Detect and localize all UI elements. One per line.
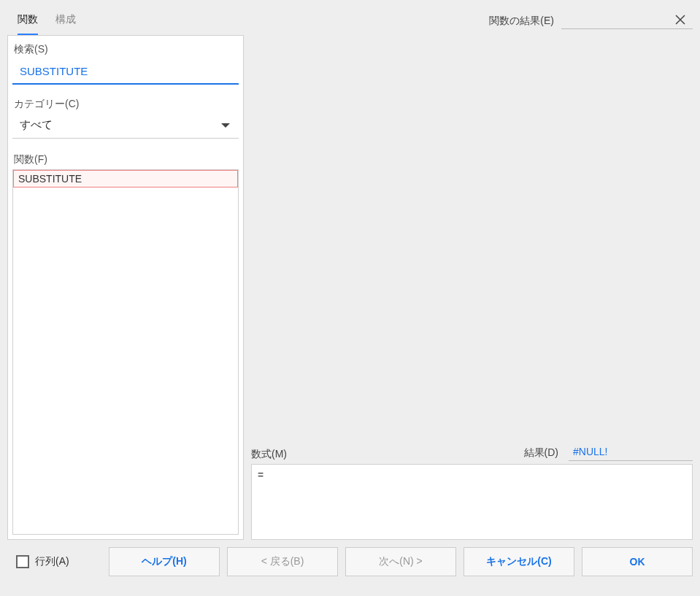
- cancel-button[interactable]: キャンセル(C): [464, 547, 574, 576]
- rowcol-checkbox[interactable]: 行列(A): [16, 555, 69, 568]
- close-button[interactable]: [674, 13, 687, 28]
- function-list-label: 関数(F): [12, 153, 239, 166]
- search-label: 検索(S): [12, 43, 239, 56]
- category-value: すべて: [20, 118, 53, 132]
- next-button: 次へ(N) >: [345, 547, 456, 576]
- rowcol-label: 行列(A): [35, 555, 69, 568]
- chevron-down-icon: [221, 123, 230, 128]
- search-input[interactable]: [12, 59, 239, 85]
- result-d-value: #NULL!: [573, 446, 607, 457]
- back-button: < 戻る(B): [227, 547, 338, 576]
- formula-label: 数式(M): [251, 448, 287, 461]
- tab-structure[interactable]: 構成: [55, 7, 76, 35]
- function-result-label: 関数の結果(E): [489, 15, 554, 28]
- function-item[interactable]: SUBSTITUTE: [13, 170, 238, 187]
- help-button[interactable]: ヘルプ(H): [109, 547, 220, 576]
- close-icon: [674, 13, 687, 26]
- tab-functions[interactable]: 関数: [18, 7, 38, 36]
- category-label: カテゴリー(C): [12, 98, 239, 111]
- checkbox-icon: [16, 555, 29, 568]
- formula-input[interactable]: =: [251, 464, 693, 540]
- result-d-label: 結果(D): [524, 446, 558, 460]
- ok-button[interactable]: OK: [582, 547, 693, 576]
- function-list[interactable]: SUBSTITUTE: [12, 169, 239, 535]
- category-dropdown[interactable]: すべて: [12, 114, 239, 139]
- function-result-value: [561, 13, 693, 29]
